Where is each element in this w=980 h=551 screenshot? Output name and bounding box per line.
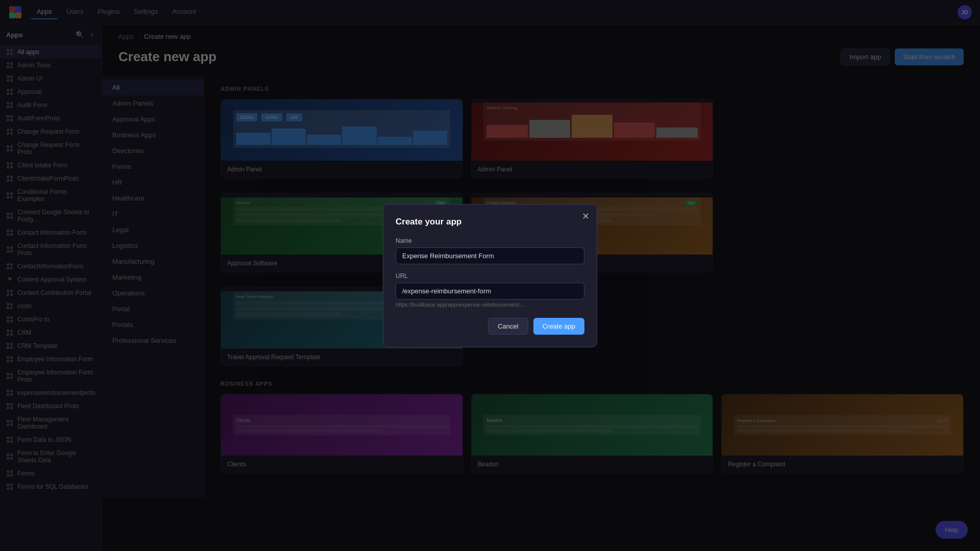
url-label: URL	[396, 272, 584, 280]
create-app-button[interactable]: Create app	[533, 318, 584, 335]
cancel-button[interactable]: Cancel	[488, 318, 528, 335]
modal-overlay: ✕ Create your app Name URL https://budib…	[0, 0, 980, 551]
modal-close-button[interactable]: ✕	[582, 212, 590, 221]
app-url-input[interactable]	[396, 283, 584, 299]
url-hint: https://budibase.app/app/expense-reimbur…	[396, 302, 584, 308]
modal-title: Create your app	[396, 217, 584, 227]
app-name-input[interactable]	[396, 247, 584, 264]
url-form-group: URL https://budibase.app/app/expense-rei…	[396, 272, 584, 308]
create-app-modal: ✕ Create your app Name URL https://budib…	[383, 204, 597, 347]
name-form-group: Name	[396, 237, 584, 264]
modal-actions: Cancel Create app	[396, 318, 584, 335]
name-label: Name	[396, 237, 584, 244]
